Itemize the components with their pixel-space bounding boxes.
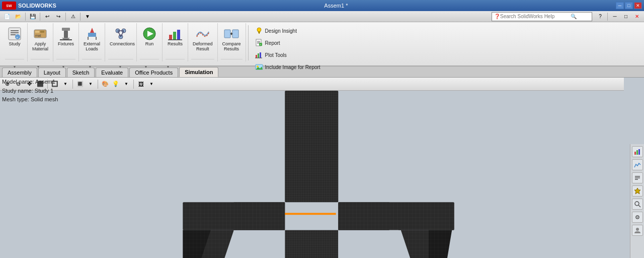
vp-color-button[interactable]: 🎨 <box>100 79 110 89</box>
app-name-label: SOLIDWORKS <box>18 3 56 9</box>
run-button[interactable]: Run <box>140 24 159 48</box>
plot-tools-button[interactable]: Plot Tools <box>253 49 323 60</box>
tab-evaluate[interactable]: Evaluate <box>96 68 128 77</box>
deformed-result-label: DeformedResult <box>193 42 213 52</box>
vp-light-button[interactable]: 💡 <box>111 79 121 89</box>
search-icon: ❓ <box>494 14 500 19</box>
sidebar-pin-icon[interactable] <box>632 185 643 197</box>
report-button[interactable]: ✓ Report <box>253 37 323 48</box>
mesh-type-label: Mesh type: <box>2 96 29 102</box>
vp-background-button[interactable]: ▼ <box>121 79 131 89</box>
restore-app-button[interactable]: □ <box>621 12 631 21</box>
vp-display-group: 🔳 ▼ <box>75 79 96 89</box>
sidebar-results-icon[interactable] <box>632 146 643 157</box>
apply-material-group-label <box>31 59 50 60</box>
window-title: Assem1 * <box>324 3 348 9</box>
vp-display-button[interactable]: 🔳 <box>75 79 85 89</box>
minimize-app-button[interactable]: ─ <box>610 12 620 21</box>
search-submit-icon[interactable]: 🔍 <box>571 14 577 19</box>
ribbon-right-col: Design Insight ✓ Report <box>251 23 325 75</box>
apply-material-icon: mat <box>32 26 48 42</box>
fixtures-label: Fixtures <box>58 42 74 47</box>
search-input[interactable] <box>500 14 571 19</box>
undo-button[interactable]: ↩ <box>42 12 52 21</box>
model-name-value: Assem1 <box>35 79 55 85</box>
external-loads-group-label <box>82 59 102 60</box>
results-group: Results <box>163 23 188 61</box>
open-file-button[interactable]: 📂 <box>13 12 23 21</box>
tab-office-products[interactable]: Office Products <box>129 68 178 77</box>
quick-access-toolbar: 📄 📂 💾 ↩ ↪ ⚠ ▼ ❓ 🔍 ? ─ □ ✕ <box>0 11 644 22</box>
include-image-button[interactable]: Include Image for Report <box>253 61 323 73</box>
qa-separator-5 <box>607 13 608 21</box>
vp-sep-3 <box>98 80 98 89</box>
results-label: Results <box>168 42 183 47</box>
new-file-button[interactable]: 📄 <box>2 12 12 21</box>
include-image-label: Include Image for Report <box>265 64 320 70</box>
svg-rect-77 <box>638 149 640 155</box>
compare-results-button[interactable]: CompareResults <box>221 24 243 53</box>
deformed-result-group: DeformedResult <box>188 23 218 61</box>
connections-group-label <box>108 59 133 60</box>
vp-scene-dropdown[interactable]: ▼ <box>146 79 156 89</box>
warning-button[interactable]: ⚠ <box>68 12 78 21</box>
sidebar-search-icon[interactable] <box>632 199 643 210</box>
options-button[interactable]: ▼ <box>83 12 93 21</box>
design-insight-button[interactable]: Design Insight <box>253 25 323 36</box>
svg-text:✓: ✓ <box>260 43 262 46</box>
svg-rect-36 <box>258 32 260 33</box>
tab-sketch[interactable]: Sketch <box>67 68 95 77</box>
close-app-button[interactable]: ✕ <box>632 12 642 21</box>
apply-material-group: mat ApplyMaterial <box>28 23 53 61</box>
help-button[interactable]: ? <box>595 12 605 21</box>
study-name-line: Study name: Study 1 <box>2 87 58 96</box>
ribbon-separator <box>248 25 249 60</box>
svg-rect-74 <box>338 202 389 230</box>
compare-results-group-label <box>221 59 243 60</box>
tab-simulation[interactable]: Simulation <box>179 67 218 77</box>
vp-display-dropdown[interactable]: ▼ <box>86 79 96 89</box>
report-icon: ✓ <box>255 39 263 47</box>
minimize-button[interactable]: ─ <box>616 2 624 9</box>
viewport[interactable]: ⊕ ⊖ ✥ ⬛ 🔲 ▼ 🔳 ▼ 🎨 💡 ▼ 🖼 ▼ <box>0 78 644 258</box>
vp-dropdown-button[interactable]: ▼ <box>60 79 70 89</box>
model-svg <box>0 91 644 258</box>
titlebar: SW SOLIDWORKS Assem1 * ─ □ ✕ <box>0 0 644 11</box>
run-icon <box>141 26 157 42</box>
results-icon <box>167 26 183 42</box>
close-button[interactable]: ✕ <box>634 2 642 9</box>
results-group-label <box>166 59 185 60</box>
sidebar-user-icon[interactable] <box>632 225 643 236</box>
vp-scene-button[interactable]: 🖼 <box>136 79 146 89</box>
svg-point-82 <box>635 202 639 206</box>
model-display <box>0 91 644 258</box>
qa-separator-2 <box>40 13 40 21</box>
fixtures-button[interactable]: Fixtures <box>56 24 75 48</box>
tab-assembly[interactable]: Assembly <box>2 68 37 77</box>
svg-text:+: + <box>16 36 18 39</box>
svg-rect-75 <box>634 152 636 155</box>
connections-button[interactable]: Connections <box>108 24 133 48</box>
apply-material-button[interactable]: mat ApplyMaterial <box>31 24 50 53</box>
study-name-value: Study 1 <box>35 88 53 94</box>
deformed-result-button[interactable]: DeformedResult <box>191 24 214 53</box>
restore-button[interactable]: □ <box>625 2 633 9</box>
study-button[interactable]: + Study <box>5 24 24 48</box>
sidebar-list-icon[interactable] <box>632 172 643 183</box>
external-loads-button[interactable]: ExternalLoads <box>82 24 102 53</box>
save-button[interactable]: 💾 <box>28 12 38 21</box>
svg-rect-8 <box>40 31 44 33</box>
tab-layout[interactable]: Layout <box>38 68 66 77</box>
svg-text:mat: mat <box>35 34 41 37</box>
sidebar-chart-icon[interactable] <box>632 159 643 170</box>
svg-point-35 <box>257 28 261 32</box>
svg-rect-69 <box>234 230 285 258</box>
ribbon: + Study mat <box>0 22 644 67</box>
connections-label: Connections <box>110 42 132 47</box>
svg-line-83 <box>638 205 640 207</box>
sidebar-settings-icon[interactable] <box>632 212 643 223</box>
redo-button[interactable]: ↪ <box>53 12 63 21</box>
svg-marker-15 <box>90 28 94 33</box>
connections-group: Connections <box>105 23 137 61</box>
results-button[interactable]: Results <box>166 24 185 48</box>
